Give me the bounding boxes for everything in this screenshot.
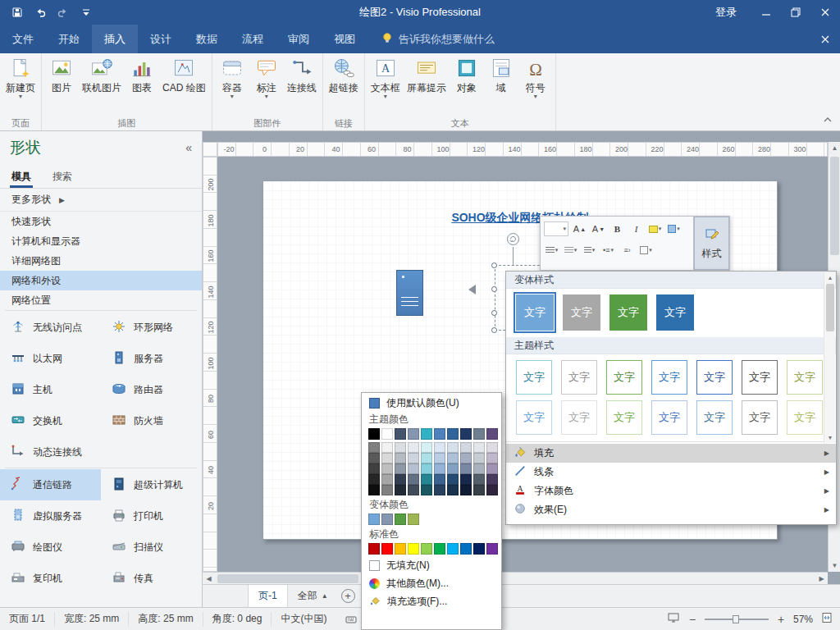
collapse-ribbon-icon[interactable] — [822, 114, 833, 128]
tint-swatch-4-3[interactable] — [408, 485, 419, 495]
mini-indent-button[interactable]: ≡› — [619, 241, 635, 259]
theme-style-swatch-1-0[interactable]: 文字 — [516, 400, 552, 435]
zoom-in-icon[interactable]: + — [776, 613, 786, 626]
standard-color-swatch-0[interactable] — [368, 543, 380, 555]
scroll-down-icon[interactable]: ▼ — [824, 432, 836, 443]
scroll-right-icon[interactable]: ▶ — [815, 573, 828, 584]
tint-swatch-3-8[interactable] — [473, 474, 485, 485]
insert-page-button[interactable]: + — [341, 589, 355, 603]
tint-swatch-2-1[interactable] — [381, 463, 393, 474]
tint-swatch-1-7[interactable] — [460, 453, 472, 463]
scroll-up-icon[interactable]: ▲ — [824, 272, 836, 283]
zoom-slider-thumb[interactable] — [733, 615, 739, 623]
ribbon-button-picture[interactable]: 图片 — [44, 56, 79, 94]
stencil-item-network-locations[interactable]: 网络位置 — [0, 290, 202, 310]
ribbon-button-screen-tip[interactable]: 屏幕提示 — [404, 56, 450, 94]
theme-style-swatch-1-5[interactable]: 文字 — [742, 400, 778, 435]
mini-align-center-button[interactable]: ▾ — [582, 241, 597, 259]
theme-style-swatch-0-5[interactable]: 文字 — [742, 360, 778, 395]
shape-item-server[interactable]: 服务器 — [101, 343, 202, 374]
ribbon-tab-设计[interactable]: 设计 — [138, 25, 184, 53]
tint-swatch-2-0[interactable] — [368, 463, 380, 474]
vertical-scroll-thumb[interactable] — [830, 157, 839, 255]
ribbon-tab-数据[interactable]: 数据 — [184, 25, 230, 53]
tint-swatch-1-0[interactable] — [368, 453, 380, 463]
theme-color-swatch-9[interactable] — [486, 428, 498, 440]
tint-swatch-4-5[interactable] — [434, 485, 445, 495]
tint-swatch-4-8[interactable] — [473, 485, 485, 495]
standard-color-swatch-3[interactable] — [408, 543, 419, 555]
zoom-slider[interactable] — [705, 619, 769, 620]
tint-swatch-4-2[interactable] — [395, 485, 406, 495]
shape-item-copier[interactable]: 复印机 — [0, 563, 101, 594]
restore-icon[interactable] — [781, 0, 810, 25]
tint-swatch-2-8[interactable] — [473, 463, 485, 474]
status-page-indicator[interactable]: 页面 1/1 — [0, 612, 55, 627]
selection-handle[interactable] — [491, 262, 497, 268]
tint-swatch-0-3[interactable] — [408, 442, 419, 453]
theme-color-swatch-4[interactable] — [421, 428, 432, 440]
ribbon-button-cad-drawing[interactable]: CAD 绘图 — [159, 56, 209, 94]
theme-style-swatch-0-0[interactable]: 文字 — [516, 360, 552, 395]
shapes-tab-模具[interactable]: 模具 — [10, 164, 33, 188]
tint-swatch-4-0[interactable] — [368, 485, 380, 495]
tint-swatch-1-5[interactable] — [434, 453, 445, 463]
stencil-item-computers-monitors[interactable]: 计算机和显示器 — [0, 231, 202, 251]
tint-swatch-2-9[interactable] — [486, 463, 498, 474]
page-tab-1[interactable]: 页-1 — [248, 585, 288, 607]
theme-style-swatch-0-6[interactable]: 文字 — [787, 360, 823, 395]
variant-color-swatch-2[interactable] — [395, 514, 406, 525]
fullscreen-icon[interactable] — [667, 611, 680, 627]
mini-highlighter-button[interactable]: ▾ — [647, 220, 663, 238]
scroll-left-icon[interactable]: ◀ — [203, 573, 215, 584]
horizontal-scroll-thumb[interactable] — [217, 574, 358, 583]
document-close-icon[interactable] — [819, 25, 832, 53]
shape-item-dynamic-connector[interactable]: 动态连接线 — [0, 436, 101, 468]
tint-swatch-0-0[interactable] — [368, 442, 380, 453]
tint-swatch-1-6[interactable] — [447, 453, 459, 463]
tint-swatch-4-6[interactable] — [447, 485, 459, 495]
menu-item-font-color[interactable]: A字体颜色▶ — [506, 482, 836, 500]
scroll-up-icon[interactable]: ▲ — [829, 142, 840, 154]
tint-swatch-3-3[interactable] — [408, 474, 419, 485]
tint-swatch-2-4[interactable] — [421, 463, 432, 474]
autoconnect-arrow-icon[interactable] — [468, 285, 476, 294]
theme-style-swatch-0-3[interactable]: 文字 — [651, 360, 687, 395]
ribbon-button-field[interactable]: 域 — [484, 56, 518, 94]
menu-item-line[interactable]: 线条▶ — [506, 463, 836, 482]
fill-options-item[interactable]: 填充选项(F)... — [362, 592, 501, 610]
menu-item-fill-bucket[interactable]: 填充▶ — [506, 444, 836, 463]
variant-style-swatch-2[interactable]: 文字 — [609, 294, 647, 331]
gallery-scrollbar[interactable]: ▲ ▼ — [824, 272, 835, 443]
shape-item-switch[interactable]: 交换机 — [0, 405, 101, 436]
scroll-down-icon[interactable]: ▼ — [829, 559, 840, 572]
close-icon[interactable] — [810, 0, 840, 25]
theme-style-swatch-0-4[interactable]: 文字 — [696, 360, 733, 395]
tint-swatch-3-0[interactable] — [368, 474, 380, 485]
variant-color-swatch-3[interactable] — [408, 514, 419, 525]
tint-swatch-4-7[interactable] — [460, 485, 472, 495]
collapse-panel-icon[interactable]: « — [185, 141, 192, 154]
shape-item-scanner[interactable]: 扫描仪 — [101, 532, 202, 563]
redo-icon[interactable] — [52, 2, 74, 22]
variant-color-swatch-0[interactable] — [368, 514, 380, 525]
minimize-icon[interactable] — [751, 0, 781, 25]
stencil-item-network-peripherals[interactable]: 网络和外设 — [0, 271, 202, 290]
theme-style-swatch-0-1[interactable]: 文字 — [561, 360, 597, 395]
ribbon-button-hyperlink[interactable]: 超链接 — [326, 56, 362, 94]
standard-color-swatch-6[interactable] — [447, 543, 459, 555]
customize-qat-icon[interactable] — [75, 2, 97, 22]
ribbon-tab-插入[interactable]: 插入 — [92, 25, 138, 53]
mini-italic-button[interactable]: I — [628, 220, 644, 238]
mini-bullets-button[interactable]: •≡▾ — [600, 241, 616, 259]
variant-color-swatch-1[interactable] — [381, 514, 393, 525]
all-pages-button[interactable]: 全部 ▲ — [288, 589, 338, 603]
ribbon-tab-审阅[interactable]: 审阅 — [276, 25, 322, 53]
gallery-scroll-thumb[interactable] — [826, 284, 834, 331]
fit-page-icon[interactable] — [820, 611, 833, 627]
shape-item-plotter[interactable]: 绘图仪 — [0, 532, 101, 563]
tint-swatch-0-9[interactable] — [486, 442, 498, 453]
ribbon-button-callout[interactable]: 标注▾ — [249, 56, 284, 101]
tint-swatch-0-7[interactable] — [460, 442, 472, 453]
tint-swatch-1-8[interactable] — [473, 453, 485, 463]
